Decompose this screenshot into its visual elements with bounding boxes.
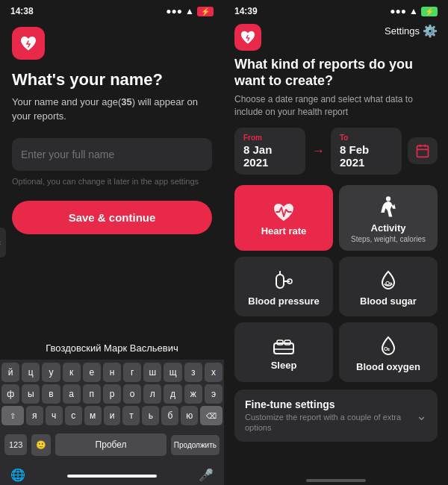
keyboard-row-2: ф ы в а п р о л д ж э: [1, 384, 223, 404]
spacebar-key[interactable]: Пробел: [55, 434, 166, 456]
key-щ[interactable]: щ: [164, 363, 181, 382]
signal-icon-right: ●●●: [390, 6, 406, 16]
key-ф[interactable]: ф: [1, 384, 19, 404]
activity-sublabel: Steps, weight, calories: [351, 235, 426, 243]
delete-key[interactable]: ⌫: [200, 406, 223, 425]
battery-icon-right: ⚡: [421, 7, 438, 16]
typed-text: Гвоздовский Марк Васльевич: [0, 337, 224, 360]
home-indicator-bar: [67, 475, 157, 478]
keyboard-row-1: й ц у к е н г ш щ з х: [1, 363, 223, 382]
fine-tune-text: Fine-tune settings Customize the report …: [245, 398, 416, 434]
key-л[interactable]: л: [143, 384, 161, 404]
option-heart-rate[interactable]: Heart rate: [234, 185, 333, 251]
key-б[interactable]: б: [161, 406, 178, 425]
key-д[interactable]: д: [164, 384, 181, 404]
blood-oxygen-icon: O₂: [378, 334, 399, 358]
input-hint: Optional, you can change it later in the…: [12, 177, 212, 186]
collapse-handle[interactable]: ‹: [0, 228, 6, 257]
key-в[interactable]: в: [42, 384, 60, 404]
status-icons-right: ●●● ▲ ⚡: [390, 6, 438, 16]
key-е[interactable]: е: [83, 363, 101, 382]
key-с[interactable]: с: [65, 406, 82, 425]
key-ь[interactable]: ь: [142, 406, 159, 425]
gear-icon: ⚙️: [423, 24, 438, 38]
wifi-icon: ▲: [185, 6, 194, 16]
key-к[interactable]: к: [63, 363, 81, 382]
option-blood-sugar[interactable]: O₂ Blood sugar: [339, 257, 438, 316]
option-sleep[interactable]: Sleep: [234, 322, 333, 382]
svg-rect-2: [276, 275, 284, 288]
left-title: What's your name?: [12, 70, 212, 90]
key-э[interactable]: э: [205, 384, 223, 404]
key-м[interactable]: м: [84, 406, 102, 425]
key-х[interactable]: х: [205, 363, 223, 382]
date-to-box[interactable]: To 8 Feb 2021: [331, 128, 402, 175]
left-panel: 14:38 ●●● ▲ ⚡ What's your name? Your nam…: [0, 0, 224, 485]
blood-pressure-label: Blood pressure: [248, 295, 319, 307]
key-ы[interactable]: ы: [22, 384, 40, 404]
svg-point-1: [386, 196, 391, 201]
key-ж[interactable]: ж: [184, 384, 202, 404]
date-to-label: To: [340, 134, 393, 142]
name-input[interactable]: [12, 138, 212, 171]
globe-icon[interactable]: 🌐: [4, 465, 31, 485]
app-logo-right: [234, 24, 261, 51]
activity-icon: [378, 195, 399, 219]
right-header: Settings ⚙️: [224, 19, 448, 57]
date-to-value: 8 Feb 2021: [340, 143, 393, 169]
continue-key[interactable]: Продолжить: [171, 435, 220, 455]
keyboard-symbols-row: 🌐 🎤: [0, 462, 224, 485]
left-subtitle: Your name and your age(35) will appear o…: [12, 96, 212, 122]
date-from-box[interactable]: From 8 Jan 2021: [234, 128, 305, 175]
key-я[interactable]: я: [26, 406, 43, 425]
options-grid: Heart rate Activity Steps, weight, calor…: [234, 185, 438, 382]
key-г[interactable]: г: [123, 363, 141, 382]
wifi-icon-right: ▲: [409, 6, 418, 16]
chevron-down-icon: ⌄: [416, 407, 427, 424]
shift-key[interactable]: ⇧: [1, 406, 24, 425]
right-panel: 14:39 ●●● ▲ ⚡ Settings ⚙️ What kind of r…: [224, 0, 448, 485]
key-з[interactable]: з: [184, 363, 202, 382]
date-from-label: From: [243, 134, 296, 142]
key-ш[interactable]: ш: [143, 363, 161, 382]
home-indicator: [224, 470, 448, 485]
option-blood-pressure[interactable]: Blood pressure: [234, 257, 333, 316]
key-а[interactable]: а: [63, 384, 81, 404]
key-т[interactable]: т: [122, 406, 140, 425]
mic-icon[interactable]: 🎤: [193, 465, 220, 485]
sleep-icon: [273, 336, 295, 357]
right-content: What kind of reports do you want to crea…: [224, 57, 448, 470]
status-bar-left: 14:38 ●●● ▲ ⚡: [0, 0, 224, 19]
settings-button[interactable]: Settings ⚙️: [385, 24, 438, 38]
key-й[interactable]: й: [1, 363, 19, 382]
fine-tune-section[interactable]: Fine-tune settings Customize the report …: [234, 389, 438, 442]
emoji-key[interactable]: 🙂: [31, 434, 51, 456]
key-н[interactable]: н: [103, 363, 121, 382]
option-blood-oxygen[interactable]: O₂ Blood oxygen: [339, 322, 438, 382]
keyboard-rows: й ц у к е н г ш щ з х ф ы в а п р о: [0, 360, 224, 431]
svg-text:O₂: O₂: [385, 280, 393, 287]
key-и[interactable]: и: [104, 406, 121, 425]
save-continue-button[interactable]: Save & continue: [12, 201, 212, 234]
fine-tune-subtitle: Customize the report with a couple of ex…: [245, 412, 416, 434]
key-ю[interactable]: ю: [181, 406, 198, 425]
keyboard-bottom-row: 123 🙂 Пробел Продолжить: [0, 431, 224, 462]
option-activity[interactable]: Activity Steps, weight, calories: [339, 185, 438, 251]
sleep-label: Sleep: [271, 360, 297, 371]
key-п[interactable]: п: [83, 384, 101, 404]
key-р[interactable]: р: [103, 384, 121, 404]
heart-rate-icon: [272, 201, 296, 222]
date-range: From 8 Jan 2021 → To 8 Feb 2021: [234, 128, 438, 175]
key-у[interactable]: у: [42, 363, 60, 382]
time-left: 14:38: [10, 6, 34, 16]
calendar-icon-button[interactable]: [408, 137, 438, 164]
status-icons-left: ●●● ▲ ⚡: [166, 6, 214, 16]
signal-icon: ●●●: [166, 6, 182, 16]
right-title: What kind of reports do you want to crea…: [234, 57, 438, 89]
key-ц[interactable]: ц: [22, 363, 40, 382]
keyboard-row-3: ⇧ я ч с м и т ь б ю ⌫: [1, 406, 223, 425]
num-key[interactable]: 123: [4, 434, 27, 455]
date-arrow-icon: →: [311, 143, 325, 159]
key-о[interactable]: о: [123, 384, 141, 404]
key-ч[interactable]: ч: [46, 406, 63, 425]
